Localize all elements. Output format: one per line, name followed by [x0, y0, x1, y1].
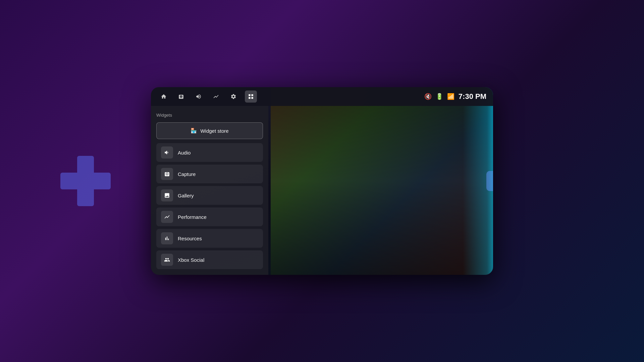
performance-label: Performance [178, 214, 207, 220]
camera-icon [178, 94, 184, 100]
capture-widget-icon [161, 168, 173, 180]
resources-widget-icon [161, 232, 173, 244]
nav-left [158, 90, 257, 103]
decorative-plus [60, 156, 111, 206]
audio-label: Audio [178, 150, 191, 156]
resources-label: Resources [178, 236, 202, 241]
gallery-widget-icon [161, 189, 173, 201]
widget-item-capture[interactable]: Capture [156, 165, 263, 183]
home-icon [161, 94, 167, 100]
home-nav-button[interactable] [158, 90, 170, 103]
mute-icon: 🔇 [424, 93, 432, 100]
speaker-icon [196, 94, 202, 100]
store-icon: 🏪 [191, 128, 197, 134]
widget-item-audio[interactable]: Audio [156, 143, 263, 162]
capture-nav-button[interactable] [175, 90, 187, 103]
widget-store-label: Widget store [200, 128, 228, 134]
speaker-widget-icon [164, 149, 170, 156]
nav-right: 🔇 🔋 📶 7:30 PM [424, 92, 486, 101]
widget-item-performance[interactable]: Performance [156, 207, 263, 226]
clock: 7:30 PM [459, 92, 486, 101]
bar-chart-icon [164, 235, 170, 241]
gallery-icon [164, 192, 170, 198]
grid-icon [248, 94, 254, 100]
audio-nav-button[interactable] [193, 90, 205, 103]
performance-widget-icon [161, 211, 173, 223]
performance-icon [213, 94, 219, 100]
scroll-tab[interactable] [486, 171, 493, 191]
game-background [271, 87, 493, 275]
group-icon [164, 257, 170, 263]
widgets-nav-button[interactable] [245, 90, 257, 103]
device-frame: 🔇 🔋 📶 7:30 PM Widgets 🏪 Widget store Aud… [151, 87, 493, 275]
camera-widget-icon [164, 171, 170, 177]
widget-store-button[interactable]: 🏪 Widget store [156, 122, 263, 139]
widget-item-xbox-social[interactable]: Xbox Social [156, 250, 263, 269]
battery-icon: 🔋 [436, 93, 443, 100]
widgets-panel: Widgets 🏪 Widget store Audio Capture [151, 106, 268, 275]
chart-line-icon [164, 214, 170, 220]
widget-item-gallery[interactable]: Gallery [156, 186, 263, 205]
widgets-section-label: Widgets [156, 113, 263, 118]
widget-item-resources[interactable]: Resources [156, 229, 263, 248]
audio-widget-icon [161, 146, 173, 159]
settings-nav-button[interactable] [227, 90, 239, 103]
gallery-label: Gallery [178, 193, 194, 198]
capture-label: Capture [178, 171, 196, 177]
performance-nav-button[interactable] [210, 90, 222, 103]
xbox-social-widget-icon [161, 254, 173, 266]
wifi-icon: 📶 [447, 93, 454, 100]
gear-icon [230, 94, 236, 100]
xbox-social-label: Xbox Social [178, 257, 204, 263]
navbar: 🔇 🔋 📶 7:30 PM [151, 87, 493, 106]
